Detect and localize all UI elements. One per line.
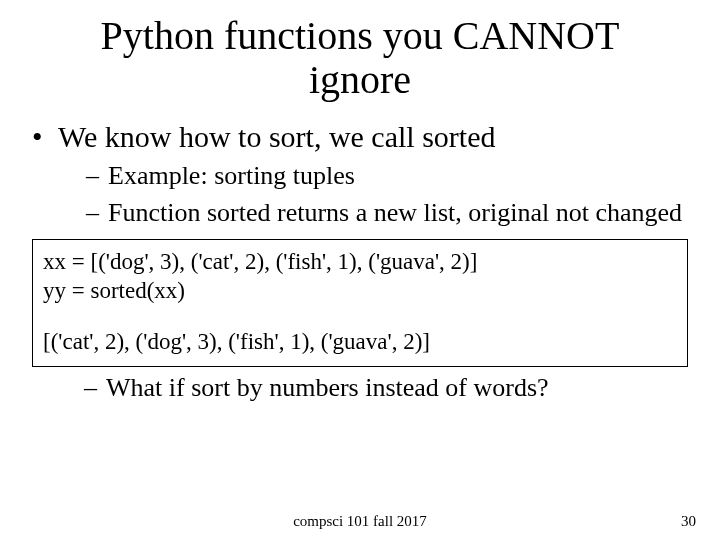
slide: Python functions you CANNOT ignore We kn… [0,0,720,540]
code-output: [('cat', 2), ('dog', 3), ('fish', 1), ('… [43,328,677,357]
page-number: 30 [681,513,696,530]
bullet-list: We know how to sort, we call sorted Exam… [32,120,696,229]
footer-text: compsci 101 fall 2017 [0,513,720,530]
blank-line [43,306,677,328]
sub-bullet-item: Function sorted returns a new list, orig… [86,197,696,230]
sub-bullet-text: What if sort by numbers instead of words… [106,373,549,402]
code-box: xx = [('dog', 3), ('cat', 2), ('fish', 1… [32,239,688,367]
sub-bullet-list: Example: sorting tuples Function sorted … [86,160,696,229]
bullet-text: We know how to sort, we call sorted [58,120,496,153]
sub-bullet-list-after: What if sort by numbers instead of words… [84,373,696,403]
sub-bullet-item: What if sort by numbers instead of words… [84,373,696,403]
bullet-item: We know how to sort, we call sorted Exam… [32,120,696,229]
code-line: xx = [('dog', 3), ('cat', 2), ('fish', 1… [43,248,677,277]
sub-bullet-item: Example: sorting tuples [86,160,696,193]
code-line: yy = sorted(xx) [43,277,677,306]
sub-bullet-text: Function sorted returns a new list, orig… [108,198,682,227]
slide-title: Python functions you CANNOT ignore [64,14,656,102]
sub-bullet-text: Example: sorting tuples [108,161,355,190]
